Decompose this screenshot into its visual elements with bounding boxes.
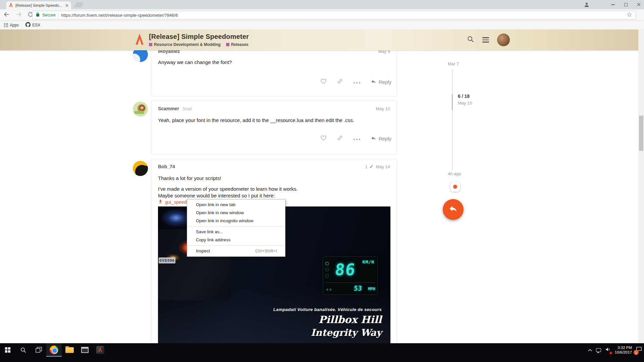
share-link-icon[interactable]: [337, 135, 343, 142]
address-bar[interactable]: Secure https://forum.fivem.net/t/release…: [32, 11, 636, 19]
timeline-handle[interactable]: [452, 95, 453, 110]
dash-indicator-icons: [325, 262, 329, 277]
menu-separator: [187, 226, 285, 227]
fivem-app-icon: [96, 346, 104, 354]
notification-badge: 1: [634, 350, 639, 355]
street-name-line2: Integrity Way: [311, 327, 382, 338]
taskbar-chrome-button[interactable]: [46, 343, 62, 357]
browser-tab[interactable]: [Release] Simple Speedo...: [6, 1, 71, 9]
bookmark-esx[interactable]: ESX: [25, 22, 40, 28]
reply-fab-button[interactable]: [443, 199, 464, 220]
menu-item-open-incognito[interactable]: Open link in incognito window: [187, 217, 285, 225]
post-author[interactable]: Scammer: [158, 106, 179, 111]
context-menu: Open link in new tab Open link in new wi…: [187, 199, 285, 257]
lock-icon: [36, 12, 40, 18]
task-view-button[interactable]: [31, 343, 46, 357]
reply-label: Reply: [379, 136, 391, 141]
like-heart-icon[interactable]: [320, 78, 327, 86]
reply-label: Reply: [379, 79, 391, 85]
timeline-track[interactable]: [452, 69, 453, 170]
post-scammer: Scammer Snail May 10 Yeah, place your fo…: [151, 101, 397, 155]
screen: [Release] Simple Speedo...: [0, 0, 644, 362]
tray-chevron-icon[interactable]: [588, 347, 592, 353]
share-link-icon[interactable]: [337, 78, 343, 86]
hamburger-menu-icon[interactable]: [482, 37, 489, 43]
avatar-scammer[interactable]: [133, 102, 148, 117]
minimize-icon[interactable]: [611, 4, 615, 5]
menu-item-inspect[interactable]: Inspect Ctrl+Shift+I: [187, 247, 285, 255]
category-releases[interactable]: Releases: [226, 42, 249, 47]
street-name-line1: Pillbox Hill: [318, 314, 382, 325]
speedometer-hud: KM/H 86 53 MPH: [323, 257, 377, 295]
taskbar-app-window-button[interactable]: [77, 343, 93, 357]
user-title: Snail: [182, 107, 192, 111]
reply-button[interactable]: Reply: [371, 79, 391, 85]
browser-profile-icon[interactable]: [583, 1, 590, 8]
task-view-icon: [36, 347, 42, 353]
more-actions-icon[interactable]: [353, 79, 361, 85]
taskbar-search-button[interactable]: [15, 343, 31, 357]
fivem-logo-icon[interactable]: [135, 34, 144, 46]
volume-button[interactable]: [605, 347, 611, 354]
menu-item-copy-link-address[interactable]: Copy link address: [187, 236, 285, 244]
more-actions-icon[interactable]: [353, 136, 361, 142]
action-center-button[interactable]: 1: [636, 346, 642, 354]
menu-item-open-new-window[interactable]: Open link in new window: [187, 209, 285, 217]
new-tab-button[interactable]: [74, 2, 84, 7]
user-avatar[interactable]: [497, 34, 510, 46]
menu-item-open-new-tab[interactable]: Open link in new tab: [187, 201, 285, 209]
tab-strip: [Release] Simple Speedo...: [0, 0, 644, 9]
bookmark-esx-label: ESX: [32, 23, 40, 27]
maximize-icon[interactable]: [624, 3, 628, 6]
taskbar-explorer-button[interactable]: [62, 343, 77, 357]
browser-toolbar: Secure https://forum.fivem.net/t/release…: [0, 9, 644, 21]
menu-item-save-link-as[interactable]: Save link as...: [187, 228, 285, 236]
vehicle-caption: Lampadati Voiture banalisée. Véhicule de…: [273, 307, 382, 312]
tab-close-icon[interactable]: [65, 2, 68, 8]
post-date: May 10: [376, 106, 390, 111]
like-heart-icon[interactable]: [320, 135, 327, 142]
speaker-icon: [605, 347, 611, 352]
forward-icon[interactable]: [15, 11, 22, 19]
windows-start-icon: [5, 347, 10, 353]
page-scrollbar[interactable]: [638, 29, 644, 343]
scrollbar-thumb[interactable]: [639, 116, 643, 151]
timeline-progress: 6 / 18: [458, 94, 470, 99]
kmh-label: KM/H: [363, 259, 374, 264]
app-window-icon: [81, 347, 89, 353]
windows-taskbar: 3:32 PM 10/6/2017 1: [0, 343, 644, 362]
bookmark-apps[interactable]: Apps: [4, 23, 19, 27]
category-color-square: [226, 43, 229, 46]
close-window-icon[interactable]: [637, 2, 641, 8]
blinker-icons: [326, 288, 332, 291]
timeline-start-date[interactable]: Mar 7: [448, 61, 459, 66]
timeline-end-label[interactable]: 4h ago: [448, 171, 461, 176]
network-icon[interactable]: [596, 348, 601, 352]
forum-header: [Release] Simple Speedometer Resource De…: [0, 29, 644, 50]
edit-count[interactable]: 1: [365, 164, 367, 169]
reply-button[interactable]: Reply: [371, 135, 391, 142]
taskbar-fivem-button[interactable]: [93, 343, 108, 357]
taskbar-clock[interactable]: 3:32 PM 10/6/2017: [615, 345, 632, 355]
search-icon[interactable]: [467, 36, 474, 44]
file-explorer-icon: [65, 347, 74, 353]
mph-value: 53: [354, 284, 363, 292]
url-text[interactable]: https://forum.fivem.net/t/release-simple…: [61, 13, 624, 18]
category-resource-development[interactable]: Resource Development & Modding: [149, 42, 221, 47]
post-paragraph: Thanks a lot for your scripts!: [158, 175, 221, 181]
github-icon: [25, 22, 31, 28]
mph-label: MPH: [368, 287, 375, 291]
topic-title[interactable]: [Release] Simple Speedometer: [149, 33, 249, 41]
volume-alert-dot: [609, 352, 612, 354]
timeline-marker-button[interactable]: [450, 182, 460, 192]
back-icon[interactable]: [3, 11, 10, 19]
avatar-bob74[interactable]: [133, 161, 148, 176]
post-paragraph: I've made a version of your speedometer …: [158, 186, 298, 192]
post-author[interactable]: Bob_74: [158, 164, 175, 169]
menu-separator: [187, 245, 285, 246]
category-label: Releases: [231, 42, 249, 47]
apps-grid-icon: [4, 23, 8, 27]
start-button[interactable]: [0, 343, 15, 357]
bookmark-star-icon[interactable]: [627, 12, 632, 19]
post-body: Anyway we can change the font?: [158, 59, 390, 66]
